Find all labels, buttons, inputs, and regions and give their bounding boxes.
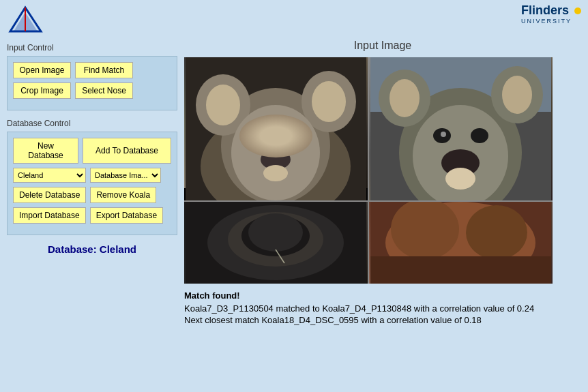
input-image-title: Input Image [184,40,581,52]
svg-point-39 [466,205,527,260]
match-line-1: Koala7_D3_P1130504 matched to Koala7_D4_… [184,303,581,314]
image-top-left [184,57,368,200]
svg-point-13 [256,128,261,134]
delete-database-button[interactable]: Delete Database [13,187,86,203]
flinders-dot [574,7,581,14]
input-control-group: Open Image Find Match Crop Image Select … [7,56,177,110]
add-to-database-button[interactable]: Add To Database [83,138,171,164]
database-images-dropdown[interactable]: Database Ima... [90,168,161,183]
flinders-name: Flinders [521,3,569,17]
svg-point-12 [286,125,303,139]
select-nose-button[interactable]: Select Nose [75,82,133,99]
main-layout: Input Control Open Image Find Match Crop… [0,40,588,327]
remove-koala-button[interactable]: Remove Koala [90,187,156,203]
input-row-1: Open Image Find Match [13,62,171,78]
svg-point-10 [231,105,320,200]
input-control-label: Input Control [7,43,177,52]
svg-point-21 [389,79,420,117]
right-panel: Input Image [177,40,581,327]
image-top-right [369,57,553,200]
match-line-2: Next closest match Koala18_D4_DSC_0595 w… [184,315,581,325]
svg-point-11 [249,125,265,139]
db-row-4: Import Database Export Database [13,207,171,224]
db-row-2: Select Database Cleland Database Ima... [13,168,171,183]
current-database: Database: Cleland [7,243,177,255]
logo-left [7,4,44,37]
new-database-button[interactable]: New Database [13,138,78,164]
select-database-dropdown[interactable]: Select Database Cleland [13,168,86,183]
svg-point-7 [206,85,240,125]
flinders-logo-container: Flinders UNIVERSITY [521,4,581,25]
database-control-label: Database Control [7,119,177,128]
open-image-button[interactable]: Open Image [13,62,71,78]
input-row-2: Crop Image Select Nose [13,82,171,99]
image-bottom-right [369,202,553,284]
export-database-button[interactable]: Export Database [90,207,163,224]
svg-point-26 [471,128,488,143]
import-database-button[interactable]: Import Database [13,207,86,224]
match-found-label: Match found! [184,290,581,301]
header: Flinders UNIVERSITY [0,0,588,40]
svg-point-14 [293,128,299,134]
db-row-3: Delete Database Remove Koala [13,187,171,203]
image-bottom-left [184,202,368,284]
svg-point-23 [502,76,532,114]
svg-rect-40 [370,256,551,284]
flinders-sub: UNIVERSITY [521,18,581,25]
left-panel: Input Control Open Image Find Match Crop… [7,40,177,327]
crop-image-button[interactable]: Crop Image [13,82,71,99]
svg-point-29 [445,168,475,190]
svg-point-27 [441,132,446,137]
find-match-button[interactable]: Find Match [75,62,133,78]
image-grid [184,57,553,284]
db-row-1: New Database Add To Database [13,138,171,164]
results-section: Match found! Koala7_D3_P1130504 matched … [184,290,581,325]
database-control-group: New Database Add To Database Select Data… [7,132,177,235]
svg-point-34 [248,213,303,252]
svg-point-9 [312,81,346,122]
svg-point-16 [263,165,288,181]
